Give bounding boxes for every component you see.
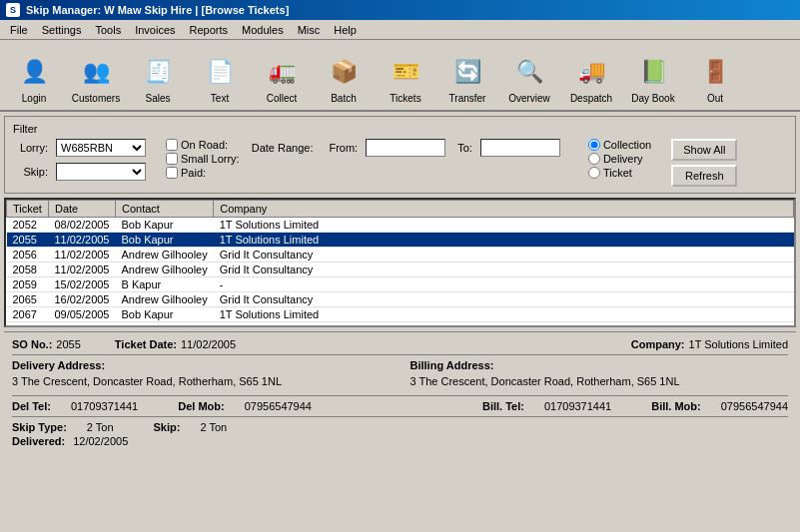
from-label: From: bbox=[329, 142, 358, 154]
daybook-icon: 📗 bbox=[634, 53, 672, 91]
paid-checkbox[interactable] bbox=[166, 167, 178, 179]
skip-label-detail: Skip: bbox=[154, 421, 181, 433]
cell-contact: Andrew Gilhooley bbox=[116, 248, 214, 263]
toolbar-label-transfer: Transfer bbox=[449, 93, 486, 105]
ticket-date-label: Ticket Date: bbox=[115, 338, 177, 350]
cell-date: 16/02/2005 bbox=[48, 292, 115, 307]
del-tel-value: 01709371441 bbox=[71, 400, 138, 412]
from-input[interactable] bbox=[366, 139, 445, 157]
on-road-label: On Road: bbox=[181, 139, 228, 151]
batch-icon: 📦 bbox=[325, 53, 363, 91]
tickets-icon: 🎫 bbox=[387, 53, 424, 91]
table-row[interactable]: 2056 11/02/2005 Andrew Gilhooley Grid It… bbox=[7, 248, 794, 263]
del-mob-value: 07956547944 bbox=[245, 400, 312, 412]
customers-icon: 👥 bbox=[77, 53, 115, 91]
lorry-select[interactable]: W685RBN bbox=[56, 139, 146, 157]
tickets-table: Ticket Date Contact Company 2052 08/02/2… bbox=[6, 200, 794, 327]
col-ticket: Ticket bbox=[7, 201, 49, 218]
table-row[interactable]: 2058 11/02/2005 Andrew Gilhooley Grid It… bbox=[7, 263, 794, 277]
toolbar-label-overview: Overview bbox=[508, 93, 550, 105]
cell-contact: Andrew Gilhooley bbox=[116, 292, 214, 307]
menu-item-modules[interactable]: Modules bbox=[236, 22, 290, 38]
menu-item-reports[interactable]: Reports bbox=[184, 22, 235, 38]
table-row[interactable]: 2065 16/02/2005 Andrew Gilhooley Grid It… bbox=[7, 292, 794, 307]
bill-mob-label: Bill. Mob: bbox=[651, 400, 701, 412]
table-row[interactable]: 2068 09/05/2005 Bob Kapur 1T Solutions L… bbox=[7, 322, 794, 328]
so-no-value: 2055 bbox=[56, 338, 80, 350]
toolbar-btn-overview[interactable]: 🔍Overview bbox=[499, 46, 559, 108]
separator: | bbox=[195, 4, 198, 16]
menu-item-file[interactable]: File bbox=[4, 22, 34, 38]
menu-bar: FileSettingsToolsInvoicesReportsModulesM… bbox=[0, 20, 800, 40]
title-bar: S Skip Manager: W Maw Skip Hire | [Brows… bbox=[0, 0, 800, 20]
bill-tel-label: Bill. Tel: bbox=[482, 400, 524, 412]
ticket-radio[interactable] bbox=[588, 167, 600, 179]
toolbar-btn-tickets[interactable]: 🎫Tickets bbox=[376, 46, 435, 108]
table-row[interactable]: 2059 15/02/2005 B Kapur - bbox=[7, 277, 794, 292]
to-input[interactable] bbox=[480, 139, 560, 157]
delivery-radio[interactable] bbox=[588, 153, 600, 165]
app-name: Skip Manager: W Maw Skip Hire bbox=[26, 4, 192, 16]
delivered-value: 12/02/2005 bbox=[73, 435, 128, 447]
small-lorry-checkbox[interactable] bbox=[166, 153, 178, 165]
menu-item-invoices[interactable]: Invoices bbox=[129, 22, 181, 38]
col-date: Date bbox=[48, 201, 115, 218]
toolbar-btn-collect[interactable]: 🚛Collect bbox=[252, 46, 312, 108]
company-label: Company: bbox=[631, 338, 685, 350]
filter-title: Filter bbox=[13, 123, 787, 135]
table-row[interactable]: 2052 08/02/2005 Bob Kapur 1T Solutions L… bbox=[7, 218, 794, 233]
menu-item-tools[interactable]: Tools bbox=[89, 22, 127, 38]
sales-icon: 🧾 bbox=[139, 53, 177, 91]
toolbar-btn-text[interactable]: 📄Text bbox=[190, 46, 250, 108]
cell-date: 09/05/2005 bbox=[48, 322, 115, 328]
toolbar-label-collect: Collect bbox=[267, 93, 298, 105]
collection-label: Collection bbox=[603, 139, 651, 151]
cell-ticket: 2067 bbox=[7, 307, 49, 322]
cell-company: 1T Solutions Limited bbox=[214, 322, 794, 328]
menu-item-misc[interactable]: Misc bbox=[292, 22, 327, 38]
cell-company: 1T Solutions Limited bbox=[214, 218, 794, 233]
collection-radio[interactable] bbox=[588, 139, 600, 151]
col-contact: Contact bbox=[116, 201, 214, 218]
toolbar-btn-login[interactable]: 👤Login bbox=[4, 46, 64, 108]
skip-select[interactable] bbox=[56, 163, 146, 181]
refresh-button[interactable]: Refresh bbox=[671, 165, 737, 187]
cell-contact: Andrew Gilhooley bbox=[116, 263, 214, 277]
cell-ticket: 2056 bbox=[7, 248, 49, 263]
tickets-table-container: Ticket Date Contact Company 2052 08/02/2… bbox=[4, 198, 796, 327]
small-lorry-label: Small Lorry: bbox=[181, 153, 240, 165]
toolbar-btn-transfer[interactable]: 🔄Transfer bbox=[437, 46, 497, 108]
toolbar-btn-out[interactable]: 🚪Out bbox=[685, 46, 745, 108]
toolbar-btn-customers[interactable]: 👥Customers bbox=[66, 46, 126, 108]
del-tel-label: Del Tel: bbox=[12, 400, 51, 412]
toolbar-btn-daybook[interactable]: 📗Day Book bbox=[623, 46, 683, 108]
col-company: Company bbox=[214, 201, 794, 218]
cell-company: Grid It Consultancy bbox=[214, 292, 794, 307]
cell-date: 11/02/2005 bbox=[48, 233, 115, 248]
toolbar-label-sales: Sales bbox=[145, 93, 170, 105]
toolbar-label-daybook: Day Book bbox=[631, 93, 674, 105]
toolbar: 👤Login👥Customers🧾Sales📄Text🚛Collect📦Batc… bbox=[0, 40, 800, 112]
cell-contact: Bob Kapur bbox=[116, 307, 214, 322]
delivered-label: Delivered: bbox=[12, 435, 65, 447]
toolbar-btn-despatch[interactable]: 🚚Despatch bbox=[561, 46, 621, 108]
filter-area: Filter Lorry: W685RBN Skip: On Road: bbox=[4, 116, 796, 194]
toolbar-btn-batch[interactable]: 📦Batch bbox=[314, 46, 374, 108]
app-icon: S bbox=[6, 3, 20, 17]
toolbar-btn-sales[interactable]: 🧾Sales bbox=[128, 46, 188, 108]
title-text: Skip Manager: W Maw Skip Hire | [Browse … bbox=[26, 4, 289, 16]
collect-icon: 🚛 bbox=[263, 53, 301, 91]
cell-date: 11/02/2005 bbox=[48, 248, 115, 263]
menu-item-help[interactable]: Help bbox=[328, 22, 363, 38]
show-all-button[interactable]: Show All bbox=[671, 139, 737, 161]
cell-ticket: 2052 bbox=[7, 218, 49, 233]
cell-date: 09/05/2005 bbox=[48, 307, 115, 322]
menu-item-settings[interactable]: Settings bbox=[36, 22, 88, 38]
paid-label: Paid: bbox=[181, 167, 206, 179]
cell-ticket: 2065 bbox=[7, 292, 49, 307]
table-row[interactable]: 2067 09/05/2005 Bob Kapur 1T Solutions L… bbox=[7, 307, 794, 322]
ticket-label: Ticket bbox=[603, 167, 632, 179]
on-road-checkbox[interactable] bbox=[166, 139, 178, 151]
window-title: [Browse Tickets] bbox=[201, 4, 289, 16]
table-row[interactable]: 2055 11/02/2005 Bob Kapur 1T Solutions L… bbox=[7, 233, 794, 248]
